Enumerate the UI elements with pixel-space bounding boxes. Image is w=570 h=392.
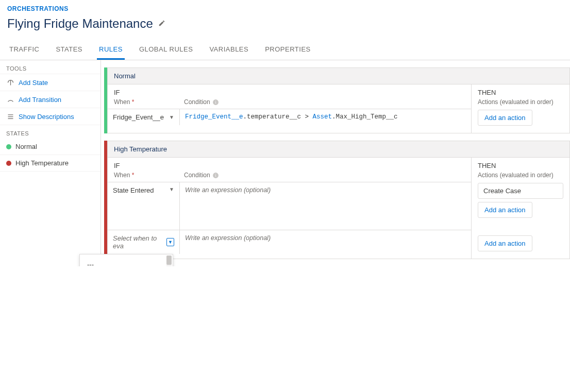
tabs: TRAFFIC STATES RULES GLOBAL RULES VARIAB… xyxy=(7,40,563,60)
state-dot-icon xyxy=(6,161,11,166)
rule-block-high-temperature: High Temperature IF When * Condition i xyxy=(101,141,570,259)
when-value: Fridge_Event__e xyxy=(113,113,164,121)
rule-row: Fridge_Event__e ▼ Fridge_Event__e.temper… xyxy=(108,109,471,125)
dropdown-separator: --- xyxy=(80,259,173,266)
token: .Max_High_Temp__c xyxy=(332,113,398,121)
when-label: When xyxy=(114,98,130,106)
states-heading: STATES xyxy=(0,125,100,139)
add-transition-label: Add Transition xyxy=(19,96,61,104)
tools-heading: TOOLS xyxy=(0,60,100,74)
when-placeholder: Select when to eva xyxy=(113,234,166,250)
token: .temperature__c > xyxy=(243,113,313,121)
chevron-down-icon: ▼ xyxy=(169,114,174,120)
required-indicator: * xyxy=(132,172,135,179)
state-item-high-temperature[interactable]: High Temperature xyxy=(0,155,100,172)
then-label: THEN xyxy=(478,89,563,96)
rule-row: State Entered ▼ Write an expression (opt… xyxy=(108,182,471,230)
breadcrumb[interactable]: ORCHESTRATIONS xyxy=(7,5,563,12)
when-select[interactable]: State Entered ▼ xyxy=(108,182,180,230)
state-label: Normal xyxy=(15,143,37,150)
when-select[interactable]: Select when to eva ▼ xyxy=(108,230,180,254)
add-action-button[interactable]: Add an action xyxy=(478,235,532,251)
tab-variables[interactable]: VARIABLES xyxy=(207,40,250,60)
if-label: IF xyxy=(108,84,471,98)
rule-block-normal: Normal IF When * Condition i xyxy=(101,67,570,133)
tab-global-rules[interactable]: GLOBAL RULES xyxy=(137,40,195,60)
condition-label: Condition xyxy=(184,98,210,106)
tab-traffic[interactable]: TRAFFIC xyxy=(7,40,41,60)
rule-row: Select when to eva ▼ Write an expression… xyxy=(108,230,471,254)
add-transition-tool[interactable]: Add Transition xyxy=(0,91,100,108)
state-item-normal[interactable]: Normal xyxy=(0,139,100,155)
state-dot-icon xyxy=(6,144,11,149)
page-title: Flying Fridge Maintenance xyxy=(7,16,153,31)
chevron-down-icon: ▼ xyxy=(166,238,174,246)
tab-properties[interactable]: PROPERTIES xyxy=(263,40,313,60)
condition-input[interactable]: Fridge_Event__e.temperature__c > Asset.M… xyxy=(180,109,471,125)
when-select[interactable]: Fridge_Event__e ▼ xyxy=(108,109,180,125)
required-indicator: * xyxy=(132,98,135,106)
svg-text:i: i xyxy=(215,100,216,105)
plus-circle-icon xyxy=(6,78,14,87)
edit-icon[interactable] xyxy=(158,20,165,28)
rules-content: Normal IF When * Condition i xyxy=(101,60,570,266)
tab-states[interactable]: STATES xyxy=(54,40,85,60)
then-sublabel: Actions (evaluated in order) xyxy=(478,98,563,106)
token: Fridge_Event__e xyxy=(185,113,243,121)
token: Asset xyxy=(313,113,332,121)
sidebar: TOOLS Add State Add Transition Show Desc… xyxy=(0,60,101,266)
tab-rules[interactable]: RULES xyxy=(97,40,125,60)
when-value: State Entered xyxy=(113,186,154,194)
add-state-tool[interactable]: Add State xyxy=(0,74,100,91)
then-label: THEN xyxy=(478,162,563,169)
condition-label: Condition xyxy=(184,172,210,179)
when-dropdown: --- EXTERNAL EVENTS Fridge_Event__e RESP… xyxy=(79,254,173,266)
scrollbar-thumb[interactable] xyxy=(166,255,172,265)
when-label: When xyxy=(114,172,130,179)
add-state-label: Add State xyxy=(19,79,48,87)
rule-title: Normal xyxy=(108,68,569,84)
condition-input[interactable]: Write an expression (optional) xyxy=(180,230,471,254)
add-action-button[interactable]: Add an action xyxy=(478,202,532,218)
svg-text:i: i xyxy=(215,173,216,178)
info-icon[interactable]: i xyxy=(212,98,220,106)
show-descriptions-label: Show Descriptions xyxy=(19,113,74,121)
arc-icon xyxy=(6,95,14,104)
info-icon[interactable]: i xyxy=(212,172,220,179)
add-action-button[interactable]: Add an action xyxy=(478,110,532,126)
show-descriptions-tool[interactable]: Show Descriptions xyxy=(0,108,100,125)
list-icon xyxy=(6,112,14,121)
state-label: High Temperature xyxy=(15,159,69,167)
then-sublabel: Actions (evaluated in order) xyxy=(478,172,563,179)
condition-input[interactable]: Write an expression (optional) xyxy=(180,182,471,230)
action-item[interactable]: Create Case xyxy=(478,183,563,199)
chevron-down-icon: ▼ xyxy=(169,186,174,192)
rule-title: High Temperature xyxy=(108,141,569,158)
if-label: IF xyxy=(108,158,471,172)
